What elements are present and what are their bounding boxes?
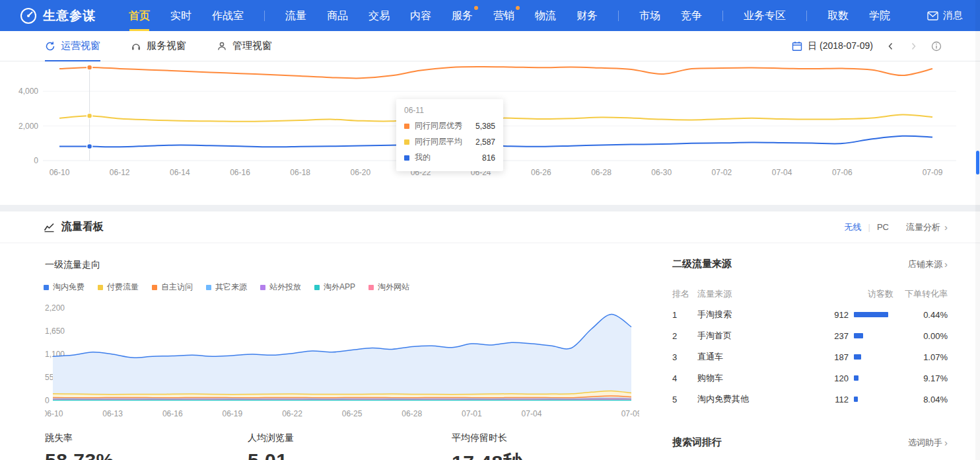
tab-label: 运营视窗: [61, 40, 100, 52]
svg-text:07-02: 07-02: [712, 168, 732, 177]
chevron-right-icon[interactable]: [909, 42, 918, 51]
metric-bounce-rate: 跳失率 58.73%: [45, 432, 114, 460]
svg-text:06-18: 06-18: [290, 168, 310, 177]
source-cell: 直通车: [697, 351, 816, 363]
metric-avg-stay-time: 平均停留时长 17.48秒: [452, 432, 523, 460]
nav-item-2[interactable]: 作战室: [212, 0, 244, 31]
visitors-count: 237: [816, 331, 849, 341]
metric-label: 跳失率: [45, 432, 114, 444]
messages-button[interactable]: 消息: [927, 9, 963, 22]
tab-service-view[interactable]: 服务视窗: [131, 31, 186, 61]
shop-source-link[interactable]: 店铺来源: [908, 258, 948, 270]
date-picker[interactable]: 日 (2018-07-09): [792, 40, 873, 52]
legend-item-1[interactable]: 付费流量: [98, 282, 139, 293]
legend-item-6[interactable]: 淘外网站: [368, 282, 409, 293]
nav-item-0[interactable]: 首页: [129, 0, 150, 31]
nav-items: 首页实时作战室流量商品交易内容服务营销物流财务市场竞争业务专区取数学院: [129, 0, 911, 31]
svg-text:4,000: 4,000: [18, 87, 38, 96]
scrollbar-thumb[interactable]: [976, 151, 979, 174]
primary-trend-chart[interactable]: 05501,1001,6502,20006-1006-1306-1606-190…: [45, 300, 639, 426]
brand-title: 生意参谋: [43, 7, 96, 24]
industry-trend-chart[interactable]: 02,0004,00006-1006-1206-1406-1606-1806-2…: [0, 61, 980, 205]
legend-swatch: [368, 285, 374, 290]
toggle-divider: |: [868, 222, 870, 232]
legend-item-3[interactable]: 其它来源: [206, 282, 247, 293]
nav-item-11[interactable]: 财务: [577, 0, 598, 31]
nav-item-5[interactable]: 商品: [327, 0, 348, 31]
toggle-wireless[interactable]: 无线: [845, 221, 862, 233]
legend-swatch: [314, 285, 320, 290]
messages-label: 消息: [943, 9, 963, 22]
table-row[interactable]: 3直通车1871.07%: [672, 346, 948, 367]
nav-item-7[interactable]: 内容: [410, 0, 431, 31]
line-chart-icon: [44, 221, 55, 233]
legend-item-5[interactable]: 淘外APP: [314, 282, 355, 293]
rate-cell: 9.17%: [893, 373, 948, 383]
brand[interactable]: 生意参谋: [20, 7, 96, 24]
board-title: 流量看板: [61, 220, 104, 234]
rate-cell: 0.00%: [893, 331, 948, 341]
nav-item-6[interactable]: 交易: [368, 0, 390, 31]
header-source: 流量来源: [697, 288, 816, 300]
visitors-bar: [854, 375, 858, 381]
rank-cell: 1: [672, 310, 697, 320]
svg-text:1,650: 1,650: [45, 326, 65, 336]
svg-text:06-12: 06-12: [110, 168, 130, 177]
secondary-source-header: 二级流量来源 店铺来源: [672, 258, 948, 270]
metric-label: 人均浏览量: [248, 432, 294, 444]
nav-item-4[interactable]: 流量: [285, 0, 306, 31]
visitors-count: 112: [816, 395, 849, 404]
industry-trend-chart-card: 02,0004,00006-1006-1206-1406-1606-1806-2…: [0, 61, 980, 205]
svg-text:06-14: 06-14: [170, 168, 190, 177]
notification-dot: [516, 6, 520, 10]
table-row[interactable]: 4购物车1209.17%: [672, 367, 948, 389]
table-row[interactable]: 1手淘搜索9120.44%: [672, 304, 948, 325]
svg-text:2,000: 2,000: [18, 122, 38, 131]
legend-label: 自主访问: [161, 282, 193, 293]
visitors-bar: [854, 354, 861, 360]
table-row[interactable]: 5淘内免费其他1128.04%: [672, 389, 948, 410]
svg-text:06-13: 06-13: [102, 409, 123, 418]
svg-text:06-30: 06-30: [651, 168, 672, 177]
top-navbar: 生意参谋 首页实时作战室流量商品交易内容服务营销物流财务市场竞争业务专区取数学院…: [0, 0, 980, 31]
legend-label: 淘外APP: [324, 282, 355, 293]
legend-label: 淘外网站: [378, 282, 409, 293]
board-controls: 无线 | PC 流量分析: [845, 221, 948, 233]
svg-text:07-06: 07-06: [832, 168, 853, 177]
tab-label: 服务视窗: [147, 40, 186, 52]
legend-label: 淘内免费: [53, 282, 85, 293]
info-icon[interactable]: [931, 41, 942, 52]
tab-management-view[interactable]: 管理视窗: [217, 31, 272, 61]
nav-item-9[interactable]: 营销: [493, 0, 514, 31]
visitors-count: 187: [816, 352, 849, 362]
svg-text:06-25: 06-25: [342, 409, 363, 418]
nav-item-8[interactable]: 服务: [452, 0, 473, 31]
source-cell: 手淘首页: [697, 330, 816, 342]
nav-item-10[interactable]: 物流: [535, 0, 556, 31]
chevron-left-icon[interactable]: [886, 42, 895, 51]
nav-item-14[interactable]: 竞争: [681, 0, 702, 31]
rate-cell: 0.44%: [893, 310, 948, 320]
nav-item-13[interactable]: 市场: [639, 0, 660, 31]
primary-trend-title: 一级流量走向: [45, 259, 100, 271]
nav-item-1[interactable]: 实时: [170, 0, 192, 31]
user-icon: [217, 41, 227, 52]
legend-label: 付费流量: [107, 282, 139, 293]
word-helper-link[interactable]: 选词助手: [908, 437, 948, 449]
envelope-icon: [927, 11, 938, 20]
toggle-pc[interactable]: PC: [877, 222, 889, 232]
traffic-board-header: 流量看板 无线 | PC 流量分析: [0, 211, 980, 243]
legend-item-2[interactable]: 自主访问: [152, 282, 193, 293]
scrollbar-track[interactable]: [975, 0, 980, 460]
legend-item-0[interactable]: 淘内免费: [44, 282, 85, 293]
metric-value: 58.73%: [45, 449, 114, 460]
legend-item-4[interactable]: 站外投放: [260, 282, 301, 293]
nav-item-18[interactable]: 取数: [827, 0, 849, 31]
nav-item-19[interactable]: 学院: [869, 0, 890, 31]
table-row[interactable]: 2手淘首页2370.00%: [672, 325, 948, 346]
traffic-analysis-link[interactable]: 流量分析: [906, 221, 948, 233]
source-cell: 手淘搜索: [697, 309, 816, 321]
metric-value: 17.48秒: [452, 449, 523, 460]
nav-item-16[interactable]: 业务专区: [744, 0, 786, 31]
tab-operation-view[interactable]: 运营视窗: [45, 31, 100, 61]
